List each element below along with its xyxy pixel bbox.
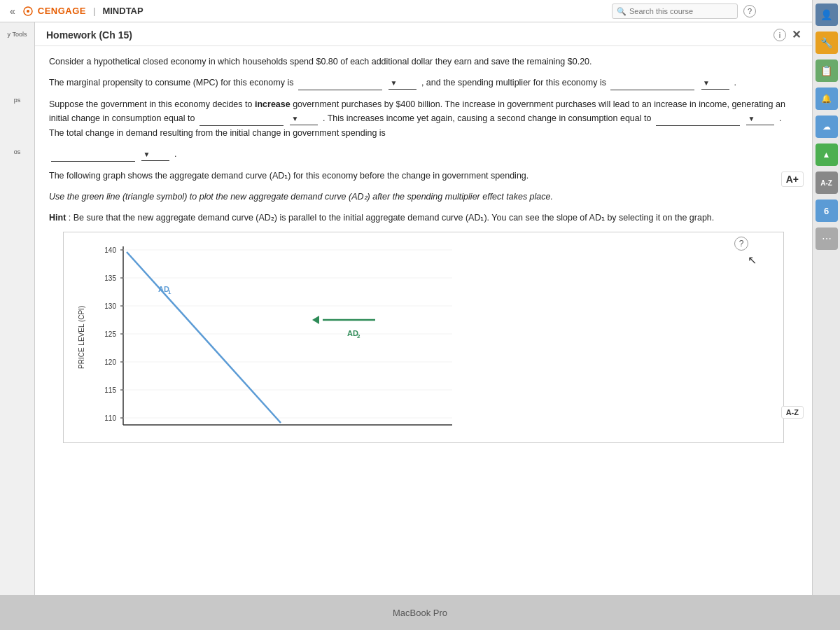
content-header: Homework (Ch 15) i ✕	[35, 22, 812, 46]
graph-container: ? ↖ PRICE LEVEL (CPI) 140	[63, 232, 784, 443]
chart-inner[interactable]: 140 135 130 125 120 115 110	[88, 239, 776, 435]
search-icon: 🔍	[617, 7, 626, 16]
back-chevron-button[interactable]: «	[7, 6, 18, 17]
ellipsis-icon-btn[interactable]: ⋯	[816, 227, 838, 250]
chart-area: PRICE LEVEL (CPI) 140 13	[78, 239, 776, 435]
header-actions: i ✕	[774, 28, 801, 41]
second-change-blank	[656, 111, 740, 126]
bookmark-icon-btn[interactable]: 📋	[816, 59, 838, 82]
macbook-footer: MacBook Pro	[0, 595, 840, 630]
svg-text:115: 115	[104, 386, 116, 394]
svg-text:125: 125	[104, 330, 116, 338]
consumption-change-blank	[200, 111, 284, 126]
cengage-logo-icon	[22, 6, 34, 17]
mpc-line: The marginal propensity to consume (MPC)…	[49, 76, 798, 90]
chart-svg[interactable]: 140 135 130 125 120 115 110	[88, 239, 459, 435]
number6-icon-btn[interactable]: 6	[816, 200, 838, 222]
svg-text:2: 2	[357, 333, 360, 340]
info-button[interactable]: i	[774, 29, 786, 41]
mpc-blank	[298, 76, 382, 90]
second-dropdown[interactable]: ▼	[746, 113, 774, 125]
graph-instruction-text: Use the green line (triangle symbol) to …	[49, 190, 798, 204]
az-badge: A-Z	[781, 406, 804, 419]
hint-text: Hint : Be sure that the new aggregate de…	[49, 211, 798, 225]
search-container[interactable]: 🔍	[612, 4, 738, 19]
svg-text:110: 110	[104, 414, 116, 422]
logo-cengage	[22, 6, 34, 17]
homework-title: Homework (Ch 15)	[46, 29, 132, 41]
svg-text:135: 135	[104, 274, 116, 282]
consumption-dropdown[interactable]: ▼	[290, 113, 318, 125]
svg-text:140: 140	[104, 246, 116, 254]
ps-label: ps	[14, 97, 21, 104]
os-label: os	[14, 148, 21, 155]
sidebar-item-tools[interactable]: y Tools	[6, 28, 29, 41]
tools-icon-btn[interactable]: 🔧	[816, 31, 838, 54]
question-area: Consider a hypothetical closed economy i…	[35, 46, 812, 458]
svg-line-25	[127, 252, 281, 423]
total-change-line: ▼ .	[49, 147, 798, 162]
az-icon-btn[interactable]: A-Z	[816, 172, 838, 194]
top-bar-right: 🔍 ?	[612, 0, 756, 22]
svg-text:1: 1	[168, 289, 172, 295]
svg-text:120: 120	[104, 358, 116, 366]
notification-icon-btn[interactable]: 🔔	[816, 88, 838, 110]
right-sidebar: 👤 🔧 📋 🔔 ☁ ▲ A-Z 6 ⋯	[812, 0, 840, 630]
close-button[interactable]: ✕	[792, 28, 801, 41]
logo-divider: |	[93, 6, 95, 16]
search-input[interactable]	[629, 7, 733, 15]
total-dropdown[interactable]: ▼	[141, 149, 169, 161]
mpc-dropdown[interactable]: ▼	[388, 78, 416, 90]
top-bar: « CENGAGE | MINDTAP 🔍 ?	[0, 0, 840, 22]
macbook-label: MacBook Pro	[393, 608, 447, 618]
triangle-green-icon-btn[interactable]: ▲	[816, 144, 838, 166]
svg-marker-29	[312, 316, 319, 324]
sidebar-item-os[interactable]: os	[13, 146, 22, 158]
total-change-blank	[51, 147, 135, 162]
help-button[interactable]: ?	[743, 5, 756, 18]
cloud-icon-btn[interactable]: ☁	[816, 115, 838, 138]
intro-text: Consider a hypothetical closed economy i…	[49, 55, 798, 69]
aplus-badge: A+	[781, 172, 804, 187]
svg-text:130: 130	[104, 302, 116, 310]
main-content: Homework (Ch 15) i ✕ Consider a hypothet…	[35, 22, 812, 630]
multiplier-dropdown[interactable]: ▼	[701, 78, 729, 90]
logo-cengage-text: CENGAGE	[38, 6, 86, 16]
svg-point-1	[27, 10, 29, 13]
profile-icon-btn[interactable]: 👤	[816, 4, 838, 26]
left-sidebar: y Tools ps os	[0, 22, 35, 630]
top-bar-left: « CENGAGE | MINDTAP	[7, 6, 144, 17]
multiplier-blank	[610, 76, 694, 90]
sidebar-item-ps[interactable]: ps	[13, 94, 22, 106]
tools-label: y Tools	[8, 31, 27, 38]
logo-mindtap-text: MINDTAP	[102, 6, 143, 16]
government-line: Suppose the government in this economy d…	[49, 97, 798, 140]
y-axis-label: PRICE LEVEL (CPI)	[78, 267, 85, 407]
graph-intro-text: The following graph shows the aggregate …	[49, 169, 798, 183]
